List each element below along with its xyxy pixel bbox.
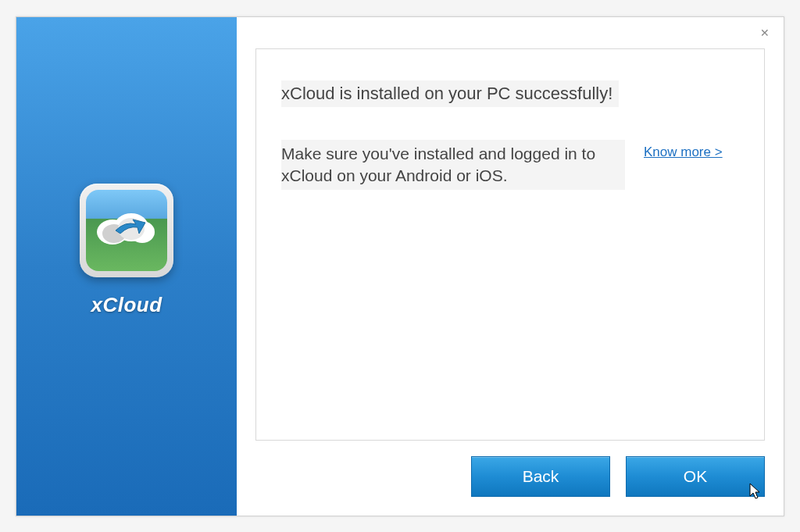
- sidebar: xCloud: [16, 17, 237, 516]
- content-area: xCloud is installed on your PC successfu…: [237, 17, 784, 516]
- cloud-arrow-icon: [94, 209, 159, 246]
- instruction-row: Make sure you've installed and logged in…: [281, 140, 739, 191]
- know-more-link[interactable]: Know more >: [644, 145, 723, 160]
- app-logo-icon: [80, 184, 173, 277]
- main-panel: xCloud is installed on your PC successfu…: [255, 48, 765, 441]
- close-button[interactable]: [759, 27, 771, 39]
- button-row: Back OK: [237, 441, 784, 516]
- app-name-label: xCloud: [91, 293, 162, 317]
- installer-dialog: xCloud xCloud is installed on your PC su…: [16, 16, 784, 516]
- instruction-message: Make sure you've installed and logged in…: [281, 140, 625, 191]
- success-message: xCloud is installed on your PC successfu…: [281, 80, 619, 107]
- back-button[interactable]: Back: [471, 456, 610, 497]
- ok-button[interactable]: OK: [626, 456, 765, 497]
- logo-wrap: xCloud: [80, 184, 173, 317]
- dialog-body: xCloud xCloud is installed on your PC su…: [16, 17, 784, 516]
